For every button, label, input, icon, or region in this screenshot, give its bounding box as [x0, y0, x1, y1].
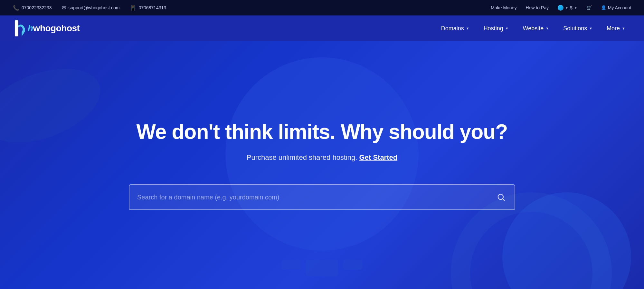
hero-content: We don't think limits. Why should you? P… [129, 120, 515, 210]
how-to-pay-link[interactable]: How to Pay [526, 5, 549, 10]
phone2-text: 07068714313 [138, 5, 166, 10]
hero-subtitle: Purchase unlimited shared hosting. Get S… [129, 153, 515, 162]
currency-symbol: $ [570, 5, 573, 10]
hero-bg-circle-left [0, 54, 110, 157]
make-money-link[interactable]: Make Money [491, 5, 516, 10]
get-started-link[interactable]: Get Started [359, 153, 398, 161]
bottom-shape-2 [306, 260, 338, 276]
whatsapp-icon: 📱 [130, 5, 136, 11]
search-icon [497, 193, 506, 202]
hosting-caret-icon: ▼ [505, 26, 509, 30]
nav-item-solutions[interactable]: Solutions ▼ [557, 23, 598, 34]
currency-chevron-icon: ▼ [574, 6, 577, 10]
hero-section: We don't think limits. Why should you? P… [0, 41, 644, 289]
email-item[interactable]: ✉ support@whogohost.com [62, 5, 119, 11]
more-caret-icon: ▼ [622, 26, 625, 30]
nav-links: Domains ▼ Hosting ▼ Website ▼ Solutions … [435, 23, 631, 34]
nav-item-website[interactable]: Website ▼ [517, 23, 555, 34]
logo-text-prefix: h [28, 23, 33, 33]
nav-bar: hwhogohost Domains ▼ Hosting ▼ Website ▼… [0, 15, 644, 41]
phone2-item[interactable]: 📱 07068714313 [130, 5, 166, 11]
search-submit-button[interactable] [495, 191, 507, 203]
globe-icon: 🌐 [558, 5, 564, 11]
my-account-link[interactable]: 👤 My Account [601, 5, 631, 10]
language-currency[interactable]: 🌐 ▼ $ ▼ [558, 5, 577, 11]
nav-item-domains[interactable]: Domains ▼ [435, 23, 475, 34]
bottom-shape-1 [281, 260, 301, 270]
domain-search-bar [129, 184, 515, 210]
top-bar: 📞 070022332233 ✉ support@whogohost.com 📱… [0, 0, 644, 15]
solutions-caret-icon: ▼ [589, 26, 592, 30]
bottom-shape-3 [343, 260, 363, 270]
website-caret-icon: ▼ [545, 26, 549, 30]
top-bar-right: Make Money How to Pay 🌐 ▼ $ ▼ 🛒 👤 My Acc… [491, 5, 631, 11]
domain-search-input[interactable] [137, 194, 495, 201]
logo-text: hwhogohost [28, 23, 80, 34]
svg-rect-0 [15, 20, 18, 36]
nav-item-more[interactable]: More ▼ [601, 23, 631, 34]
email-icon: ✉ [62, 5, 66, 11]
cart-icon[interactable]: 🛒 [586, 5, 592, 10]
hero-title: We don't think limits. Why should you? [129, 120, 515, 144]
user-icon: 👤 [601, 5, 606, 10]
svg-line-2 [503, 199, 504, 201]
logo-mark-svg [13, 20, 27, 36]
phone1-text: 070022332233 [22, 5, 52, 10]
phone1-item[interactable]: 📞 070022332233 [13, 5, 52, 11]
logo[interactable]: hwhogohost [13, 20, 80, 36]
phone-icon: 📞 [13, 5, 19, 11]
globe-chevron-icon: ▼ [565, 6, 568, 10]
domains-caret-icon: ▼ [466, 26, 469, 30]
top-bar-left: 📞 070022332233 ✉ support@whogohost.com 📱… [13, 5, 166, 11]
hero-bottom-decoration [281, 260, 363, 289]
email-text: support@whogohost.com [68, 5, 119, 10]
nav-item-hosting[interactable]: Hosting ▼ [478, 23, 515, 34]
